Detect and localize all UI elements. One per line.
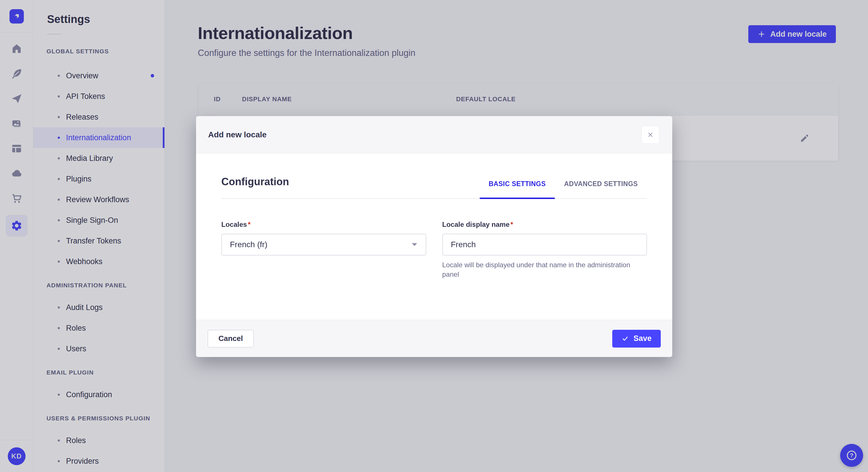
settings-tabs: BASIC SETTINGS ADVANCED SETTINGS [479,180,647,198]
chevron-down-icon [411,243,417,247]
modal-header: Add new locale [196,116,672,154]
modal-footer: Cancel Save [196,320,672,357]
tab-advanced-settings[interactable]: ADVANCED SETTINGS [555,180,647,198]
modal-title: Add new locale [208,130,267,139]
display-name-field: Locale display name* Locale will be disp… [442,221,647,279]
locales-label: Locales* [221,221,426,229]
tab-basic-settings-label: BASIC SETTINGS [489,180,546,188]
cancel-button[interactable]: Cancel [208,330,254,347]
locales-label-text: Locales [221,221,247,228]
locales-select-value: French (fr) [230,240,268,249]
check-icon [621,335,629,342]
tab-advanced-settings-label: ADVANCED SETTINGS [564,180,638,188]
save-button-label: Save [633,334,652,343]
display-name-input[interactable] [442,234,647,256]
required-asterisk: * [248,221,250,228]
configuration-title: Configuration [221,176,289,198]
modal-fields: Locales* French (fr) Locale display name… [221,221,647,279]
required-asterisk: * [510,221,513,228]
modal-close-button[interactable] [642,126,659,144]
modal-body: Configuration BASIC SETTINGS ADVANCED SE… [196,154,672,279]
locales-select[interactable]: French (fr) [221,234,426,256]
configuration-bar: Configuration BASIC SETTINGS ADVANCED SE… [221,176,647,199]
display-name-label: Locale display name* [442,221,647,229]
save-button[interactable]: Save [612,330,661,347]
tab-basic-settings[interactable]: BASIC SETTINGS [479,180,555,198]
locales-field: Locales* French (fr) [221,221,426,279]
display-name-help: Locale will be displayed under that name… [442,260,647,279]
display-name-label-text: Locale display name [442,221,510,228]
add-locale-modal: Add new locale Configuration BASIC SETTI… [196,116,672,357]
active-tab-indicator [479,198,555,199]
close-icon [647,131,654,138]
